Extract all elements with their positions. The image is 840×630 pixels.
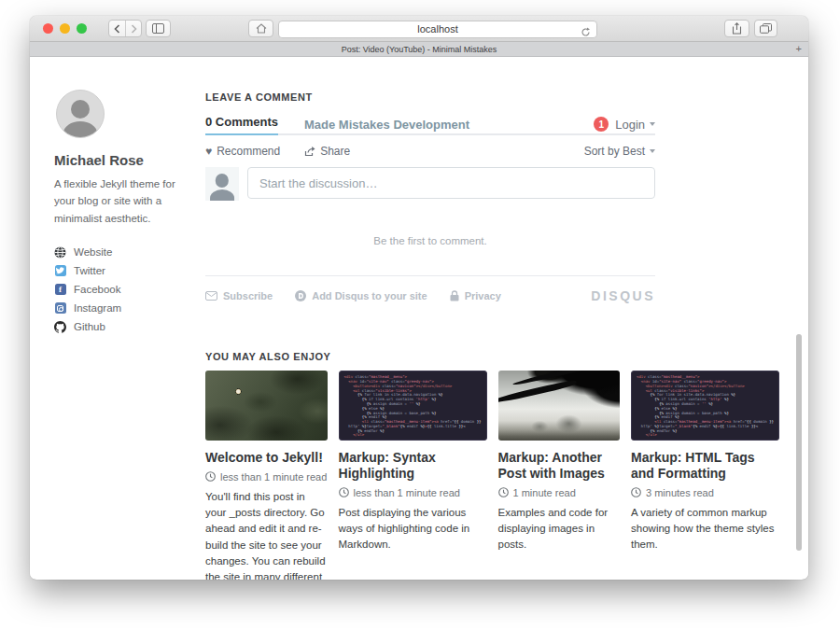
read-time-label: 3 minutes read	[646, 487, 714, 498]
read-time: 1 minute read	[498, 487, 621, 498]
tab-community-link[interactable]: Made Mistakes Development	[304, 118, 469, 132]
author-name: Michael Rose	[54, 152, 202, 168]
author-avatar	[56, 90, 105, 138]
page-content: Michael Rose A flexible Jekyll theme for…	[30, 57, 808, 579]
sort-label: Sort by Best	[584, 145, 645, 158]
tab-comment-count[interactable]: 0 Comments	[205, 115, 278, 135]
clock-icon	[205, 471, 216, 482]
related-card: Markup: Another Post with Images 1 minut…	[498, 371, 621, 580]
login-menu[interactable]: 1 Login	[594, 117, 655, 132]
sidebar-link-github[interactable]: Github	[54, 317, 202, 336]
subscribe-label: Subscribe	[223, 290, 273, 301]
nav-button-group	[108, 20, 142, 37]
read-time: less than 1 minute read	[339, 487, 487, 498]
share-button[interactable]	[724, 20, 749, 37]
fullscreen-window-button[interactable]	[77, 23, 87, 34]
read-time: less than 1 minute read	[205, 471, 328, 483]
related-heading: YOU MAY ALSO ENJOY	[205, 351, 779, 362]
related-card: Welcome to Jekyll! less than 1 minute re…	[205, 371, 328, 580]
comment-editor	[205, 167, 655, 201]
privacy-link[interactable]: Privacy	[450, 290, 501, 301]
tab-bar: Post: Video (YouTube) - Minimal Mistakes…	[30, 42, 808, 57]
comment-input[interactable]	[247, 167, 655, 199]
home-button[interactable]	[248, 20, 273, 37]
notification-badge[interactable]: 1	[594, 117, 609, 132]
url-text: localhost	[417, 23, 457, 35]
github-icon	[54, 321, 66, 333]
disqus-logo[interactable]: DISQUS	[591, 288, 655, 303]
sidebar-link-label: Website	[74, 246, 112, 258]
sidebar-link-label: Facebook	[74, 284, 121, 295]
read-time-label: less than 1 minute read	[354, 487, 460, 498]
disqus-action-bar: ♥ Recommend Share Sort by Best	[205, 144, 655, 159]
instagram-icon	[54, 302, 66, 315]
sidebar-link-facebook[interactable]: f Facebook	[54, 280, 202, 299]
related-post-title[interactable]: Markup: Another Post with Images	[498, 450, 621, 482]
minimize-window-button[interactable]	[60, 23, 70, 34]
envelope-icon	[205, 291, 217, 301]
recommend-label: Recommend	[217, 145, 280, 158]
sidebar-link-label: Instagram	[74, 302, 121, 314]
share-comment-button[interactable]: Share	[304, 145, 350, 158]
main-column: LEAVE A COMMENT 0 Comments Made Mistakes…	[205, 57, 779, 580]
related-thumb-code-screenshot[interactable]: <div class="masthead__menu"> <nav id="si…	[339, 371, 487, 441]
reload-button[interactable]	[581, 24, 591, 41]
related-post-excerpt: Post displaying the various ways of high…	[339, 505, 487, 553]
add-disqus-link[interactable]: Add Disqus to your site	[295, 290, 427, 301]
author-links: Website Twitter f Facebook Instagram	[54, 243, 202, 336]
sidebar-link-instagram[interactable]: Instagram	[54, 299, 202, 317]
clock-icon	[498, 487, 509, 497]
disqus-d-icon	[295, 290, 306, 301]
read-time-label: less than 1 minute read	[220, 471, 327, 483]
close-window-button[interactable]	[43, 23, 53, 34]
sidebar-link-label: Github	[74, 321, 105, 332]
back-button[interactable]	[109, 21, 125, 36]
related-cards: Welcome to Jekyll! less than 1 minute re…	[205, 371, 779, 580]
sidebar-icon	[152, 23, 164, 34]
scrollbar[interactable]	[796, 334, 802, 551]
share-arrow-icon	[304, 146, 315, 157]
related-thumb-code-screenshot[interactable]: <div class="masthead__menu"> <nav id="si…	[631, 371, 779, 441]
related-thumb-green-texture[interactable]	[205, 371, 328, 441]
share-icon	[732, 22, 742, 35]
related-post-title[interactable]: Welcome to Jekyll!	[205, 450, 328, 466]
sidebar-link-website[interactable]: Website	[54, 243, 202, 261]
chevron-left-icon	[114, 24, 120, 34]
sidebar-link-twitter[interactable]: Twitter	[54, 261, 202, 280]
globe-icon	[54, 246, 66, 259]
chevron-down-icon	[650, 122, 655, 126]
related-post-title[interactable]: Markup: HTML Tags and Formatting	[631, 450, 779, 482]
lock-icon	[450, 290, 459, 301]
new-tab-button[interactable]: +	[796, 43, 802, 55]
sort-by-menu[interactable]: Sort by Best	[584, 145, 655, 158]
chevron-down-icon	[650, 149, 655, 153]
sidebar-toggle-button[interactable]	[146, 20, 171, 37]
twitter-icon	[54, 265, 66, 277]
forward-button[interactable]	[125, 21, 141, 36]
share-label: Share	[320, 145, 350, 158]
subscribe-link[interactable]: Subscribe	[205, 290, 273, 301]
related-posts-section: YOU MAY ALSO ENJOY Welcome to Jekyll! le…	[205, 351, 779, 580]
address-bar[interactable]: localhost	[278, 21, 597, 38]
clock-icon	[339, 487, 349, 497]
recommend-button[interactable]: ♥ Recommend	[205, 145, 280, 158]
related-card: <div class="masthead__menu"> <nav id="si…	[631, 371, 779, 580]
tab-title[interactable]: Post: Video (YouTube) - Minimal Mistakes	[342, 45, 497, 54]
related-post-excerpt: Examples and code for displaying images …	[498, 505, 621, 553]
login-label: Login	[615, 118, 645, 132]
commenter-avatar	[205, 167, 239, 201]
disqus-tabs: 0 Comments Made Mistakes Development 1 L…	[205, 115, 655, 135]
safari-window: localhost Post: Video (YouTube) - Minima…	[30, 16, 808, 580]
sidebar-link-label: Twitter	[74, 265, 105, 276]
disqus-footer: Subscribe Add Disqus to your site Privac…	[205, 288, 655, 303]
add-disqus-label: Add Disqus to your site	[312, 290, 427, 301]
clock-icon	[631, 487, 641, 497]
related-post-title[interactable]: Markup: Syntax Highlighting	[339, 450, 487, 482]
heart-icon: ♥	[205, 145, 212, 158]
facebook-icon: f	[54, 284, 66, 296]
divider	[205, 275, 655, 276]
home-icon	[256, 23, 267, 34]
related-thumb-foggy-trees[interactable]	[498, 371, 621, 441]
related-post-excerpt: You'll find this post in your _posts dir…	[205, 489, 328, 580]
show-tabs-button[interactable]	[754, 20, 777, 37]
